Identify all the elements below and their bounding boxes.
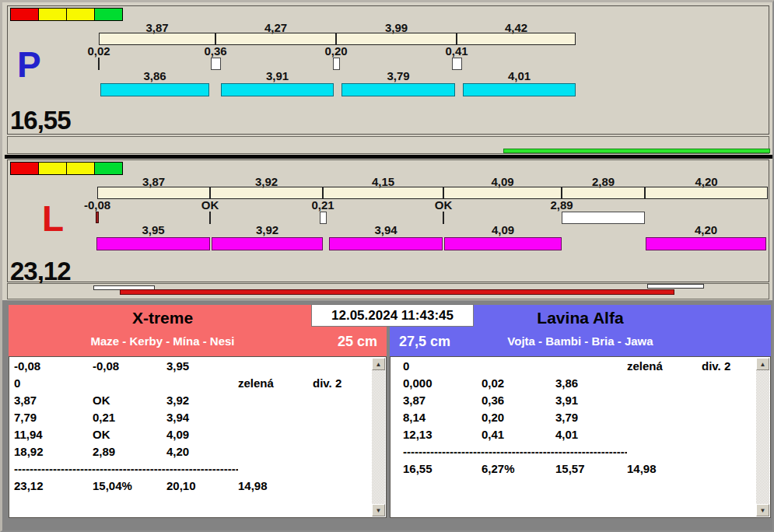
- race-light: [94, 162, 123, 175]
- table-cell: 23,12: [14, 479, 93, 493]
- table-row: 0,0000,023,86: [391, 376, 755, 394]
- split-time-label: 4,15: [372, 176, 394, 187]
- scroll-up-icon[interactable]: ▲: [372, 358, 385, 370]
- dog-time-label: 3,95: [142, 224, 164, 236]
- table-row: 0zelenádiv. 2: [391, 359, 755, 376]
- table-cell: 3,94: [166, 411, 238, 425]
- dog-time-label: 3,79: [387, 70, 409, 82]
- lane-divider: [5, 155, 773, 159]
- table-cell: 3,86: [555, 376, 627, 390]
- split-time-label: 3,87: [145, 22, 168, 33]
- progress-strip-p: [7, 136, 769, 154]
- table-cell: 15,57: [555, 462, 627, 476]
- interval-label: 2,89: [550, 199, 573, 211]
- table-cell: 14,98: [238, 479, 313, 493]
- table-cell: 3,91: [555, 394, 627, 408]
- interval-marker: [320, 212, 327, 224]
- scrollbar[interactable]: ▲ ▼: [372, 358, 385, 516]
- split-time-label: 3,99: [385, 22, 408, 33]
- race-light: [10, 162, 39, 175]
- team-dogs: Maze - Kerby - Mína - Nesi: [9, 334, 317, 348]
- jump-height-right: 27,5 cm: [399, 334, 450, 350]
- table-cell: 3,87: [403, 394, 482, 408]
- interval-label: 0,21: [311, 199, 334, 211]
- table-cell: OK: [93, 428, 166, 442]
- table-row: 3,87OK3,92: [9, 394, 370, 411]
- race-light: [66, 162, 95, 175]
- table-cell: 3,79: [555, 411, 627, 425]
- table-cell: 6,27%: [482, 462, 555, 476]
- interval-marker: [333, 58, 340, 70]
- table-cell: 3,87: [14, 394, 93, 408]
- progress-bar: [120, 289, 674, 295]
- table-cell: 2,89: [93, 445, 166, 459]
- split-time-label: 3,87: [142, 176, 165, 187]
- table-cell: 0,20: [482, 411, 555, 425]
- progress-bar: [647, 284, 704, 289]
- scroll-down-icon[interactable]: ▼: [756, 504, 769, 516]
- interval-label: OK: [435, 199, 453, 211]
- table-cell: 11,94: [14, 428, 93, 442]
- dog-time-label: 4,01: [508, 70, 531, 82]
- dog-time-bar: [463, 83, 576, 96]
- interval-marker: [211, 58, 221, 70]
- result-table-left[interactable]: -0,08-0,083,950zelenádiv. 23,87OK3,927,7…: [9, 356, 387, 518]
- interval-marker: [562, 212, 645, 224]
- table-cell: 0: [14, 376, 93, 390]
- table-cell: 0,41: [482, 428, 555, 442]
- interval-label: OK: [201, 199, 219, 211]
- lane-letter: P: [17, 47, 41, 82]
- table-row: ----------------------------------------…: [9, 462, 370, 479]
- table-cell: 18,92: [14, 445, 93, 459]
- start-lights: [10, 8, 122, 21]
- dog-time-label: 3,86: [143, 70, 166, 82]
- dog-time-bar: [100, 83, 209, 96]
- table-cell: zelená: [238, 376, 313, 390]
- table-cell: 8,14: [403, 411, 482, 425]
- scroll-up-icon[interactable]: ▲: [756, 358, 769, 370]
- table-cell: 20,10: [166, 479, 238, 493]
- table-row: 12,130,414,01: [391, 428, 755, 445]
- table-cell: 15,04%: [93, 479, 166, 493]
- dog-time-label: 3,94: [374, 224, 397, 236]
- table-row: 8,140,203,79: [391, 411, 755, 428]
- table-cell: 0,21: [93, 411, 166, 425]
- table-cell: 14,98: [627, 462, 702, 476]
- lane-total-time: 16,55: [10, 107, 71, 133]
- split-segment: [457, 33, 576, 45]
- scroll-down-icon[interactable]: ▼: [372, 504, 385, 516]
- lane-total-time: 23,12: [10, 258, 71, 284]
- interval-label: 0,41: [445, 45, 468, 57]
- dog-time-bar: [341, 83, 455, 96]
- interval-label: 0,02: [87, 45, 110, 57]
- jump-height-left: 25 cm: [338, 334, 377, 350]
- split-time-label: 4,20: [695, 176, 717, 187]
- timing-app-window: 3,874,273,994,420,020,360,200,413,863,91…: [0, 0, 774, 532]
- table-cell: 0,36: [482, 394, 555, 408]
- table-cell: 16,55: [403, 462, 482, 476]
- result-table-right[interactable]: 0zelenádiv. 20,0000,023,863,870,363,918,…: [390, 356, 771, 518]
- table-cell: zelená: [627, 359, 702, 373]
- start-lights: [10, 162, 122, 175]
- table-row: 18,922,894,20: [9, 445, 370, 462]
- dog-time-bar: [221, 83, 334, 96]
- race-light: [66, 8, 95, 21]
- dog-time-bar: [646, 237, 766, 250]
- table-separator: ----------------------------------------…: [14, 462, 238, 476]
- table-row: 11,94OK4,09: [9, 428, 370, 445]
- race-light: [38, 8, 67, 21]
- race-light: [10, 8, 39, 21]
- interval-marker: [443, 212, 444, 224]
- scrollbar[interactable]: ▲ ▼: [756, 358, 769, 516]
- table-row: 16,556,27%15,5714,98: [391, 462, 755, 479]
- dog-time-bar: [329, 237, 443, 250]
- table-row: 23,1215,04%20,1014,98: [9, 479, 370, 496]
- table-cell: 7,79: [14, 411, 93, 425]
- lane-letter: L: [42, 201, 64, 236]
- table-cell: 4,01: [555, 428, 627, 442]
- split-segment: [97, 187, 210, 199]
- table-cell: -0,08: [14, 359, 93, 373]
- split-segment: [443, 187, 562, 199]
- split-time-label: 2,89: [592, 176, 615, 187]
- dog-time-bar: [444, 237, 562, 250]
